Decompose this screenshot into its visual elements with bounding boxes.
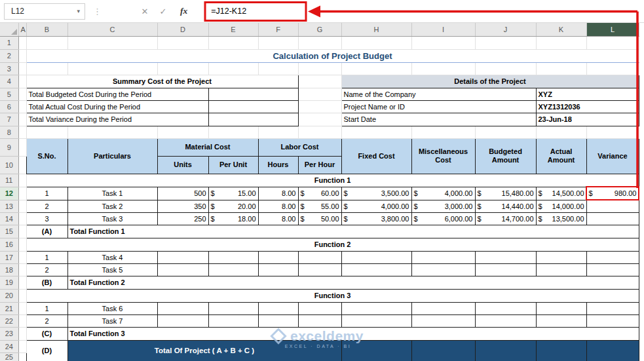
cell[interactable]	[18, 225, 26, 238]
cell[interactable]	[475, 302, 536, 314]
row-header[interactable]: 15	[0, 225, 18, 238]
column-header[interactable]: H	[341, 23, 411, 36]
row-header[interactable]: 1	[0, 36, 18, 49]
cell[interactable]	[157, 263, 208, 276]
enter-icon[interactable]: ✓	[154, 7, 172, 16]
cell[interactable]: $15.00	[208, 187, 258, 200]
details-value[interactable]: 23-Jun-18	[536, 113, 639, 126]
cell[interactable]: 250	[157, 212, 208, 225]
col-header-per-unit[interactable]: Per Unit	[208, 156, 258, 174]
total-code-b[interactable]: (B)	[26, 276, 67, 289]
cell[interactable]	[258, 263, 298, 276]
cell[interactable]: Task 2	[67, 200, 157, 212]
cell[interactable]	[586, 212, 639, 225]
cell[interactable]: Task 1	[67, 187, 157, 200]
grand-total-cell[interactable]	[341, 340, 411, 361]
cell[interactable]	[475, 263, 536, 276]
cell[interactable]: 1	[26, 251, 67, 263]
cell[interactable]	[586, 126, 639, 138]
function-1-title[interactable]: Function 1	[26, 174, 639, 187]
cell[interactable]: 2	[26, 314, 67, 327]
cell[interactable]	[586, 302, 639, 314]
row-header[interactable]: 10	[0, 156, 18, 174]
sheet-title[interactable]: Calculation of Project Budget	[26, 49, 639, 62]
cell[interactable]	[208, 314, 258, 327]
cell[interactable]	[258, 314, 298, 327]
cell[interactable]	[536, 251, 586, 263]
row-header[interactable]: 19	[0, 276, 18, 289]
cell[interactable]	[26, 126, 67, 138]
total-code-c[interactable]: (C)	[26, 327, 67, 340]
grand-total-cell[interactable]	[586, 340, 639, 361]
summary-label[interactable]: Total Budgeted Cost During the Period	[26, 88, 208, 100]
cell[interactable]	[157, 36, 208, 49]
col-header-variance[interactable]: Variance	[586, 138, 639, 174]
select-all-corner[interactable]	[0, 23, 18, 36]
cell[interactable]	[18, 126, 26, 138]
cell[interactable]	[258, 62, 298, 75]
cell[interactable]	[18, 251, 26, 263]
row-header[interactable]: 16	[0, 238, 18, 251]
cell[interactable]	[298, 263, 341, 276]
cell[interactable]	[341, 62, 411, 75]
cell[interactable]	[18, 302, 26, 314]
details-label[interactable]: Project Name or ID	[341, 100, 536, 113]
cell[interactable]	[18, 200, 26, 212]
cell[interactable]	[18, 289, 26, 302]
total-function-2[interactable]: Total Function 2	[67, 276, 639, 289]
cell[interactable]: $55.00	[298, 200, 341, 212]
cell[interactable]: $14,500.00	[536, 187, 586, 200]
cell[interactable]	[208, 263, 258, 276]
row-header[interactable]: 11	[0, 174, 18, 187]
cell[interactable]	[18, 327, 26, 340]
cell[interactable]	[341, 302, 411, 314]
cell[interactable]	[475, 36, 536, 49]
cell[interactable]	[475, 62, 536, 75]
function-3-title[interactable]: Function 3	[26, 289, 639, 302]
cell[interactable]	[298, 302, 341, 314]
row-header[interactable]: 2	[0, 49, 18, 62]
cell[interactable]	[18, 49, 26, 62]
cell[interactable]	[298, 314, 341, 327]
cell[interactable]	[18, 340, 26, 352]
row-header[interactable]: 17	[0, 251, 18, 263]
cell[interactable]: $3,800.00	[341, 212, 411, 225]
column-header[interactable]: C	[67, 23, 157, 36]
column-header[interactable]: G	[298, 23, 341, 36]
col-header-sno[interactable]: S.No.	[26, 138, 67, 174]
chevron-down-icon[interactable]: ▾	[77, 8, 80, 14]
cell[interactable]	[18, 276, 26, 289]
total-code-d[interactable]: (D)	[26, 340, 67, 361]
cell[interactable]	[536, 302, 586, 314]
cell[interactable]	[411, 251, 475, 263]
details-value[interactable]: XYZ	[536, 88, 639, 100]
cell[interactable]	[298, 88, 341, 100]
cell[interactable]	[475, 251, 536, 263]
cell[interactable]	[67, 62, 157, 75]
cell[interactable]: $3,500.00	[341, 187, 411, 200]
cell[interactable]	[298, 75, 341, 88]
cell[interactable]: $50.00	[298, 212, 341, 225]
col-header-material-cost[interactable]: Material Cost	[157, 138, 258, 156]
total-function-3[interactable]: Total Function 3	[67, 327, 639, 340]
cell[interactable]: 8.00	[258, 187, 298, 200]
cell[interactable]: Task 6	[67, 302, 157, 314]
cell[interactable]: 500	[157, 187, 208, 200]
name-box[interactable]: L12 ▾	[4, 3, 85, 20]
col-header-actual[interactable]: Actual Amount	[536, 138, 586, 174]
cell[interactable]: $18.00	[208, 212, 258, 225]
row-header[interactable]: 23	[0, 327, 18, 340]
cell[interactable]	[208, 251, 258, 263]
cell[interactable]: 8.00	[258, 200, 298, 212]
cell[interactable]: $14,000.00	[536, 200, 586, 212]
cell[interactable]	[536, 62, 586, 75]
cell[interactable]	[298, 62, 341, 75]
cell[interactable]	[298, 100, 341, 113]
cell[interactable]	[586, 314, 639, 327]
function-2-title[interactable]: Function 2	[26, 238, 639, 251]
cell[interactable]	[18, 75, 26, 88]
cell[interactable]	[586, 200, 639, 212]
row-header[interactable]: 4	[0, 75, 18, 88]
grand-total-banner[interactable]: Total Of Project ( A + B + C )	[67, 340, 341, 361]
cell[interactable]: 2	[26, 263, 67, 276]
